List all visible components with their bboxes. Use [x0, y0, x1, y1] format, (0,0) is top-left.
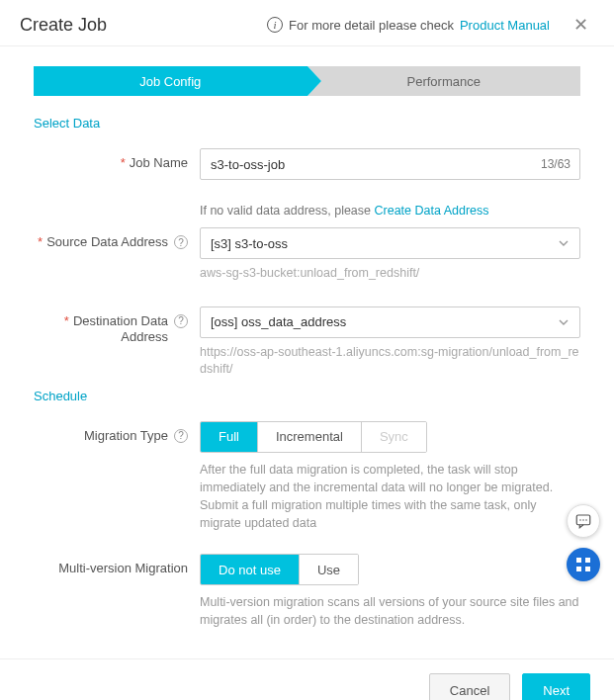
svg-rect-7 — [585, 567, 590, 571]
info-icon: i — [267, 17, 283, 33]
modal-header: Create Job i For more detail please chec… — [0, 0, 614, 46]
label-migration-type: Migration Type ? — [34, 421, 200, 443]
multi-version-segment: Do not use Use — [200, 554, 359, 585]
label-dest-addr-text: Destination DataAddress — [73, 313, 168, 347]
label-job-name-text: Job Name — [130, 155, 188, 170]
row-dest-addr: * Destination DataAddress ? [oss] oss_da… — [34, 306, 580, 379]
source-select-value: [s3] s3-to-oss — [211, 236, 288, 251]
chevron-down-icon — [558, 316, 570, 328]
multi-version-yes[interactable]: Use — [300, 555, 358, 584]
svg-point-2 — [582, 519, 584, 521]
help-icon[interactable]: ? — [174, 235, 188, 249]
step-job-config[interactable]: Job Config — [34, 66, 307, 96]
job-name-input[interactable] — [200, 148, 580, 180]
row-source-addr: * Source Data Address ? [s3] s3-to-oss a… — [34, 227, 580, 283]
migration-type-segment: Full Incremental Sync — [200, 421, 427, 453]
migration-type-full[interactable]: Full — [201, 422, 258, 452]
source-hint: If no valid data address, please Create … — [200, 204, 580, 218]
step-performance[interactable]: Performance — [307, 66, 581, 96]
svg-point-3 — [585, 519, 587, 521]
row-source-addr-hint: If no valid data address, please Create … — [34, 204, 580, 225]
modal-body: Job Config Performance Select Data * Job… — [0, 46, 614, 649]
multi-version-desc: Multi-version migration scans all versio… — [200, 593, 580, 629]
cancel-button[interactable]: Cancel — [429, 673, 510, 700]
next-button[interactable]: Next — [522, 673, 590, 700]
create-data-address-link[interactable]: Create Data Address — [375, 204, 489, 218]
modal-footer: Cancel Next — [0, 658, 614, 700]
chat-icon — [574, 512, 592, 530]
multi-version-no[interactable]: Do not use — [201, 555, 300, 584]
label-dest-addr: * Destination DataAddress ? — [34, 306, 200, 347]
apps-button[interactable] — [567, 548, 600, 581]
help-icon[interactable]: ? — [174, 314, 188, 328]
svg-rect-6 — [576, 567, 581, 571]
dest-addr-sub: https://oss-ap-southeast-1.aliyuncs.com:… — [200, 344, 580, 379]
floating-buttons — [567, 504, 600, 581]
row-multi-version: Multi-version Migration Do not use Use M… — [34, 554, 580, 629]
label-source-addr-text: Source Data Address — [46, 234, 168, 249]
chevron-down-icon — [558, 237, 570, 249]
modal-title: Create Job — [20, 15, 107, 36]
section-schedule: Schedule — [34, 389, 580, 403]
required-mark: * — [64, 313, 69, 330]
dest-select-value: [oss] oss_data_address — [211, 314, 346, 329]
chat-button[interactable] — [567, 504, 600, 538]
migration-type-sync: Sync — [362, 422, 426, 452]
required-mark: * — [38, 234, 43, 249]
section-select-data: Select Data — [34, 116, 580, 131]
source-addr-sub: aws-sg-s3-bucket:unload_from_redshift/ — [200, 265, 580, 283]
product-manual-link[interactable]: Product Manual — [460, 18, 550, 33]
source-hint-text: If no valid data address, please — [200, 204, 375, 218]
row-job-name: * Job Name 13/63 — [34, 148, 580, 180]
migration-type-desc: After the full data migration is complet… — [200, 461, 580, 533]
job-name-counter: 13/63 — [541, 148, 570, 180]
grid-icon — [575, 557, 591, 572]
label-source-addr: * Source Data Address ? — [34, 227, 200, 249]
svg-rect-4 — [576, 558, 581, 563]
label-migration-type-text: Migration Type — [84, 428, 168, 443]
header-hint: i For more detail please check Product M… — [267, 14, 594, 36]
destination-data-address-select[interactable]: [oss] oss_data_address — [200, 306, 580, 338]
svg-rect-5 — [585, 558, 590, 563]
label-multi-version-text: Multi-version Migration — [58, 561, 188, 575]
help-icon[interactable]: ? — [174, 429, 188, 443]
close-icon[interactable]: ✕ — [556, 14, 594, 36]
label-job-name: * Job Name — [34, 148, 200, 170]
svg-point-1 — [579, 519, 581, 521]
step-progress: Job Config Performance — [34, 66, 580, 96]
required-mark: * — [121, 155, 126, 170]
create-job-modal: Create Job i For more detail please chec… — [0, 0, 614, 700]
migration-type-incremental[interactable]: Incremental — [258, 422, 362, 452]
row-migration-type: Migration Type ? Full Incremental Sync A… — [34, 421, 580, 533]
source-data-address-select[interactable]: [s3] s3-to-oss — [200, 227, 580, 259]
label-multi-version: Multi-version Migration — [34, 554, 200, 575]
header-hint-text: For more detail please check — [289, 18, 454, 33]
